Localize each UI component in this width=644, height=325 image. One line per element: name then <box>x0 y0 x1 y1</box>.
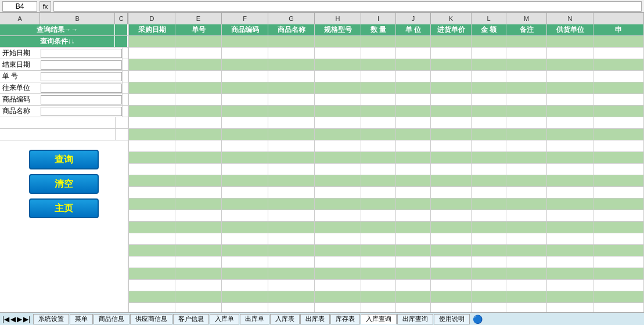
table-cell[interactable] <box>175 233 222 245</box>
table-cell[interactable] <box>506 152 547 164</box>
table-cell[interactable] <box>222 222 268 233</box>
table-cell[interactable] <box>222 152 268 164</box>
table-cell[interactable] <box>547 198 593 210</box>
table-cell[interactable] <box>222 303 268 312</box>
table-cell[interactable] <box>175 257 222 268</box>
table-cell[interactable] <box>547 187 593 198</box>
table-cell[interactable] <box>175 82 222 94</box>
table-cell[interactable] <box>472 210 506 222</box>
tab-outbound-query[interactable]: 出库查询 <box>397 314 433 324</box>
table-cell[interactable] <box>547 245 593 257</box>
table-cell[interactable] <box>315 82 361 94</box>
tab-outbound-order[interactable]: 出库单 <box>240 314 269 324</box>
table-cell[interactable] <box>472 268 506 280</box>
table-cell[interactable] <box>129 82 175 94</box>
table-cell[interactable] <box>175 48 222 59</box>
table-cell[interactable] <box>268 36 315 48</box>
table-cell[interactable] <box>431 233 472 245</box>
table-cell[interactable] <box>175 152 222 164</box>
table-cell[interactable] <box>315 164 361 175</box>
table-cell[interactable] <box>361 59 396 71</box>
table-cell[interactable] <box>361 291 396 303</box>
table-cell[interactable] <box>547 106 593 117</box>
table-cell[interactable] <box>396 268 431 280</box>
table-cell[interactable] <box>315 175 361 187</box>
table-cell[interactable] <box>315 210 361 222</box>
table-cell[interactable] <box>547 152 593 164</box>
table-cell[interactable] <box>472 106 506 117</box>
table-cell[interactable] <box>396 59 431 71</box>
table-cell[interactable] <box>472 280 506 291</box>
table-cell[interactable] <box>268 71 315 82</box>
table-cell[interactable] <box>431 82 472 94</box>
table-cell[interactable] <box>431 268 472 280</box>
table-cell[interactable] <box>506 117 547 129</box>
table-cell[interactable] <box>506 94 547 106</box>
table-cell[interactable] <box>222 198 268 210</box>
table-cell[interactable] <box>547 210 593 222</box>
table-cell[interactable] <box>361 36 396 48</box>
table-cell[interactable] <box>268 106 315 117</box>
table-cell[interactable] <box>129 222 175 233</box>
table-cell[interactable] <box>506 59 547 71</box>
table-cell[interactable] <box>396 233 431 245</box>
table-cell[interactable] <box>361 268 396 280</box>
tab-instructions[interactable]: 使用说明 <box>434 314 470 324</box>
table-cell[interactable] <box>472 233 506 245</box>
table-cell[interactable] <box>175 303 222 312</box>
table-cell-extra[interactable] <box>593 222 644 233</box>
table-cell-extra[interactable] <box>593 36 644 48</box>
table-cell[interactable] <box>431 36 472 48</box>
table-cell[interactable] <box>129 94 175 106</box>
table-cell[interactable] <box>268 222 315 233</box>
table-cell[interactable] <box>222 106 268 117</box>
table-cell[interactable] <box>222 71 268 82</box>
table-cell[interactable] <box>361 117 396 129</box>
table-cell[interactable] <box>396 94 431 106</box>
table-cell[interactable] <box>129 291 175 303</box>
table-cell[interactable] <box>396 129 431 140</box>
table-cell[interactable] <box>396 71 431 82</box>
table-cell[interactable] <box>396 117 431 129</box>
table-cell[interactable] <box>506 187 547 198</box>
table-cell[interactable] <box>175 245 222 257</box>
table-cell[interactable] <box>222 48 268 59</box>
table-cell[interactable] <box>129 280 175 291</box>
table-cell[interactable] <box>506 198 547 210</box>
table-cell[interactable] <box>431 152 472 164</box>
table-cell[interactable] <box>175 106 222 117</box>
table-cell[interactable] <box>175 187 222 198</box>
table-cell[interactable] <box>175 117 222 129</box>
table-cell[interactable] <box>547 303 593 312</box>
table-cell[interactable] <box>431 280 472 291</box>
table-cell[interactable] <box>361 175 396 187</box>
home-button[interactable]: 主页 <box>29 198 99 218</box>
table-cell-extra[interactable] <box>593 280 644 291</box>
table-cell[interactable] <box>547 233 593 245</box>
table-cell[interactable] <box>129 152 175 164</box>
table-cell-extra[interactable] <box>593 210 644 222</box>
table-cell[interactable] <box>431 94 472 106</box>
table-cell[interactable] <box>472 82 506 94</box>
table-cell[interactable] <box>506 303 547 312</box>
table-cell[interactable] <box>506 140 547 152</box>
table-cell[interactable] <box>268 164 315 175</box>
table-cell[interactable] <box>268 140 315 152</box>
table-cell[interactable] <box>175 140 222 152</box>
table-cell[interactable] <box>315 280 361 291</box>
table-cell[interactable] <box>222 59 268 71</box>
table-cell[interactable] <box>268 187 315 198</box>
table-cell[interactable] <box>396 175 431 187</box>
item-name-input[interactable] <box>41 107 122 116</box>
table-cell[interactable] <box>361 129 396 140</box>
table-cell[interactable] <box>129 164 175 175</box>
table-cell[interactable] <box>268 59 315 71</box>
table-cell[interactable] <box>315 106 361 117</box>
table-cell[interactable] <box>431 291 472 303</box>
table-cell[interactable] <box>129 106 175 117</box>
table-cell[interactable] <box>361 245 396 257</box>
table-cell[interactable] <box>361 187 396 198</box>
tab-customer-info[interactable]: 客户信息 <box>173 314 209 324</box>
table-cell[interactable] <box>129 303 175 312</box>
table-cell[interactable] <box>396 303 431 312</box>
